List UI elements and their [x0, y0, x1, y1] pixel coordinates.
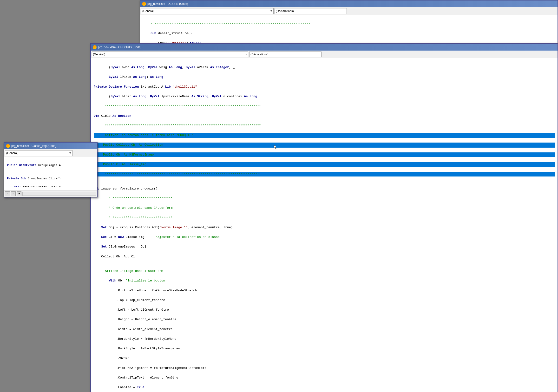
- croquis-title: prg_new.xlsm - CROQUIS (Code): [98, 45, 141, 49]
- croquis-line-1: (ByVal hwnd As Long, ByVal wMsg As Long,…: [94, 65, 555, 70]
- classe-icon: [6, 144, 10, 148]
- croquis-code-area[interactable]: (ByVal hwnd As Long, ByVal wMsg As Long,…: [91, 58, 558, 392]
- back-button[interactable]: ◄: [17, 192, 21, 196]
- croquis-line-15: ' ********************************: [94, 196, 555, 201]
- croquis-line-6: Dim Cible As Boolean: [94, 114, 555, 118]
- croquis-line-23: ' Affiche l'image dans l'UserForm: [94, 269, 555, 274]
- dessin-code-area: ' **************************************…: [140, 15, 558, 43]
- croquis-line-7: ' **************************************…: [94, 123, 555, 128]
- dessin-window: prg_new.xlsm - DESSIN (Code) (Général) (…: [140, 0, 558, 42]
- dessin-icon: [142, 2, 146, 6]
- dessin-code-line-3: Sheets("DESSIN").Select: [143, 41, 555, 43]
- croquis-line-8: ' activer les bouton dans le formulaire …: [94, 133, 555, 138]
- classe-line-3: Private Sub GroupImages_Click(): [7, 176, 94, 181]
- croquis-line-10: 'Public Obj As MSForms.Image: [94, 152, 555, 157]
- scroll-track[interactable]: [22, 192, 96, 196]
- croquis-line-4: (ByVal hInst As Long, ByVal lpszExeFileN…: [94, 94, 555, 99]
- dessin-dropdown-left-arrow: [270, 10, 272, 12]
- classe-title: prg_new.xlsm - Classe_img (Code): [11, 144, 56, 148]
- croquis-line-16: ' Crée un controle dans l'Userform: [94, 206, 555, 210]
- croquis-line-14: Sub image_sur_formulaire_croquis(): [94, 186, 555, 191]
- classe-line-4: Call croquis.ControlClick(C: [7, 185, 94, 187]
- croquis-line-31: .BackStyle = fmBackStyleTransparent: [94, 346, 555, 351]
- classe-line-1: Public WithEvents GroupImages A: [7, 163, 94, 168]
- dessin-dropdown-left[interactable]: (Général): [141, 8, 274, 14]
- croquis-line-35: .Enabled = True: [94, 385, 555, 390]
- croquis-line-24: With Obj 'Initialise le bouton: [94, 278, 555, 283]
- croquis-line-26: .Top = Top_élément_fenêtre: [94, 298, 555, 303]
- croquis-line-19: Set Cl = New Classe_img 'Ajouter à la co…: [94, 235, 555, 240]
- croquis-line-32: .ZOrder: [94, 356, 555, 361]
- dessin-title: prg_new.xlsm - DESSIN (Code): [147, 2, 188, 6]
- classe-code-area[interactable]: Public WithEvents GroupImages A Private …: [4, 157, 97, 187]
- dessin-toolbar: (Général) (Déclarations): [140, 7, 558, 15]
- dessin-code-line-1: ' **************************************…: [143, 22, 555, 26]
- croquis-line-2: ByVal lParam As Long) As Long: [94, 75, 555, 79]
- croquis-line-5: ' **************************************…: [94, 104, 555, 109]
- croquis-toolbar: (Général) (Déclarations): [91, 51, 558, 58]
- croquis-line-11: 'Public Cl As Classe_img: [94, 162, 555, 167]
- croquis-line-25: .PictureSizeMode = fmPictureSizeModeStre…: [94, 288, 555, 293]
- classe-window: prg_new.xlsm - Classe_img (Code) (Généra…: [4, 142, 97, 197]
- croquis-line-17: ' ********************************: [94, 216, 555, 220]
- classe-titlebar: prg_new.xlsm - Classe_img (Code): [4, 143, 97, 149]
- croquis-line-27: .Left = Left_élément_fenêtre: [94, 307, 555, 312]
- croquis-dropdown-left-arrow: [245, 54, 247, 55]
- classe-bottom-bar: - = ◄: [4, 190, 97, 197]
- classe-dropdown-left[interactable]: (Général): [5, 150, 72, 156]
- croquis-line-21: Collect_Obj.Add Cl: [94, 254, 555, 259]
- dessin-code-line-2: Sub dessin_structure(): [143, 31, 555, 36]
- dessin-dropdown-right[interactable]: (Déclarations): [275, 8, 347, 14]
- minus-button[interactable]: -: [5, 192, 10, 196]
- croquis-line-33: .PictureAlignment = fmPictureAlignmentBo…: [94, 366, 555, 371]
- croquis-titlebar: prg_new.xlsm - CROQUIS (Code): [91, 44, 558, 51]
- equals-button[interactable]: =: [11, 192, 16, 196]
- croquis-line-12: ' **************************************…: [94, 172, 555, 176]
- classe-dropdown-left-arrow: [69, 152, 71, 154]
- classe-toolbar: (Général): [4, 149, 97, 157]
- dessin-titlebar: prg_new.xlsm - DESSIN (Code): [140, 0, 558, 7]
- croquis-line-18: Set Obj = croquis.Controls.Add("Forms.Im…: [94, 225, 555, 230]
- croquis-line-34: .ControlTipText = élément_fenêtre: [94, 375, 555, 380]
- croquis-window: prg_new.xlsm - CROQUIS (Code) (Général) …: [90, 43, 558, 392]
- croquis-line-30: .BorderStyle = fmBorderStyleNone: [94, 337, 555, 341]
- croquis-dropdown-right[interactable]: (Déclarations): [249, 52, 322, 57]
- croquis-dropdown-left[interactable]: (Général): [92, 52, 248, 57]
- croquis-line-29: .Width = Width_élément_fenêtre: [94, 327, 555, 332]
- croquis-line-9: 'Public Collect_Obj As Collection: [94, 143, 555, 147]
- croquis-line-3: Private Declare Function ExtractIconA Li…: [94, 85, 555, 89]
- croquis-line-20: Set Cl.GroupImages = Obj: [94, 244, 555, 249]
- croquis-icon: [93, 45, 96, 49]
- croquis-line-28: .Height = Height_élément_fenêtre: [94, 317, 555, 322]
